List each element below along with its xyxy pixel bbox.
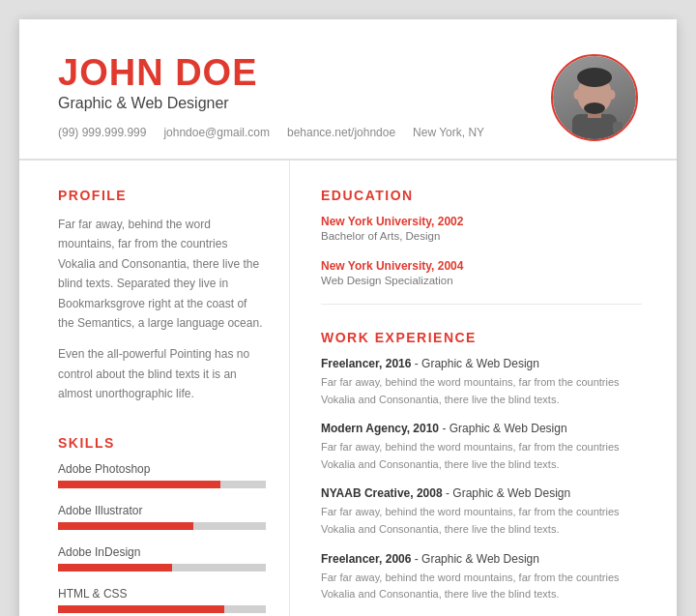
education-title: EDUCATION bbox=[321, 188, 642, 203]
work-section: WORK EXPERIENCE Freelancer, 2016 - Graph… bbox=[321, 330, 642, 603]
candidate-title: Graphic & Web Designer bbox=[58, 95, 484, 112]
work-desc: Far far away, behind the word mountains,… bbox=[321, 374, 642, 408]
edu-school: New York University, 2002 bbox=[321, 215, 642, 228]
work-entry-2: Modern Agency, 2010 - Graphic & Web Desi… bbox=[321, 422, 642, 473]
header: JOHN DOE Graphic & Web Designer (99) 999… bbox=[19, 19, 677, 161]
skill-bar-fill bbox=[58, 522, 193, 530]
work-entry-4: Freelancer, 2006 - Graphic & Web Design … bbox=[321, 552, 642, 603]
profile-para2: Even the all-powerful Pointing has no co… bbox=[58, 344, 266, 403]
work-entry-3: NYAAB Creative, 2008 - Graphic & Web Des… bbox=[321, 486, 642, 538]
work-role: Graphic & Web Design bbox=[421, 357, 539, 370]
skill-label: Adobe Illustrator bbox=[58, 504, 266, 517]
skills-title: SKILLS bbox=[58, 435, 266, 451]
skill-htmlcss: HTML & CSS bbox=[58, 587, 266, 613]
body: PROFILE Far far away, behind the word mo… bbox=[19, 161, 677, 616]
work-role: Graphic & Web Design bbox=[450, 422, 567, 435]
skill-label: Adobe InDesign bbox=[58, 545, 266, 559]
photo-placeholder bbox=[553, 56, 636, 139]
skill-bar-fill bbox=[58, 564, 172, 572]
skill-label: Adobe Photoshop bbox=[58, 462, 266, 476]
work-title: WORK EXPERIENCE bbox=[321, 330, 642, 345]
work-company: Freelancer, 2006 bbox=[321, 552, 411, 566]
edu-degree: Web Design Specialization bbox=[321, 275, 642, 286]
candidate-name: JOHN DOE bbox=[58, 54, 484, 91]
left-column: PROFILE Far far away, behind the word mo… bbox=[19, 161, 290, 616]
work-company: Freelancer, 2016 bbox=[321, 357, 411, 370]
svg-point-3 bbox=[577, 68, 612, 87]
skill-bar-fill bbox=[58, 605, 224, 613]
location: New York, NY bbox=[413, 126, 484, 139]
work-entry-title: NYAAB Creative, 2008 - Graphic & Web Des… bbox=[321, 486, 642, 500]
edu-degree: Bachelor of Arts, Design bbox=[321, 230, 642, 242]
profile-title: PROFILE bbox=[58, 188, 266, 203]
work-dash: - bbox=[415, 552, 421, 566]
right-column: EDUCATION New York University, 2002 Bach… bbox=[290, 161, 677, 616]
profile-para1: Far far away, behind the word mountains,… bbox=[58, 215, 266, 333]
work-role: Graphic & Web Design bbox=[452, 486, 570, 500]
skill-bar-bg bbox=[58, 481, 266, 488]
education-section: EDUCATION New York University, 2002 Bach… bbox=[321, 188, 642, 286]
work-entry-title: Modern Agency, 2010 - Graphic & Web Desi… bbox=[321, 422, 642, 435]
skill-bar-fill bbox=[58, 481, 220, 488]
work-entry-1: Freelancer, 2016 - Graphic & Web Design … bbox=[321, 357, 642, 408]
email: johndoe@gmail.com bbox=[163, 126, 270, 139]
svg-point-6 bbox=[609, 90, 616, 100]
edu-entry-2: New York University, 2004 Web Design Spe… bbox=[321, 259, 642, 286]
work-company: Modern Agency, 2010 bbox=[321, 422, 439, 435]
svg-point-5 bbox=[574, 90, 581, 100]
work-desc: Far far away, behind the word mountains,… bbox=[321, 570, 642, 603]
contact-bar: (99) 999.999.999 johndoe@gmail.com behan… bbox=[58, 126, 484, 139]
work-entry-title: Freelancer, 2016 - Graphic & Web Design bbox=[321, 357, 642, 370]
skills-section: SKILLS Adobe Photoshop Adobe Illustrator… bbox=[58, 435, 266, 616]
svg-point-4 bbox=[584, 103, 605, 114]
work-dash: - bbox=[415, 357, 421, 370]
website: behance.net/johndoe bbox=[287, 126, 395, 139]
phone: (99) 999.999.999 bbox=[58, 126, 146, 139]
work-company: NYAAB Creative, 2008 bbox=[321, 486, 443, 500]
skill-bar-bg bbox=[58, 564, 266, 572]
profile-section: PROFILE Far far away, behind the word mo… bbox=[58, 188, 266, 404]
skill-label: HTML & CSS bbox=[58, 587, 266, 601]
resume-container: JOHN DOE Graphic & Web Designer (99) 999… bbox=[19, 19, 677, 616]
section-divider bbox=[321, 304, 642, 305]
skill-indesign: Adobe InDesign bbox=[58, 545, 266, 572]
skill-bar-bg bbox=[58, 605, 266, 613]
skill-illustrator: Adobe Illustrator bbox=[58, 504, 266, 530]
edu-entry-1: New York University, 2002 Bachelor of Ar… bbox=[321, 215, 642, 242]
edu-school: New York University, 2004 bbox=[321, 259, 642, 273]
profile-photo bbox=[551, 54, 638, 141]
work-dash: - bbox=[442, 422, 449, 435]
skill-photoshop: Adobe Photoshop bbox=[58, 462, 266, 488]
work-desc: Far far away, behind the word mountains,… bbox=[321, 439, 642, 473]
work-desc: Far far away, behind the word mountains,… bbox=[321, 504, 642, 538]
svg-rect-7 bbox=[613, 122, 623, 133]
work-entry-title: Freelancer, 2006 - Graphic & Web Design bbox=[321, 552, 642, 566]
skill-bar-bg bbox=[58, 522, 266, 530]
work-role: Graphic & Web Design bbox=[421, 552, 539, 566]
header-left: JOHN DOE Graphic & Web Designer (99) 999… bbox=[58, 54, 484, 139]
